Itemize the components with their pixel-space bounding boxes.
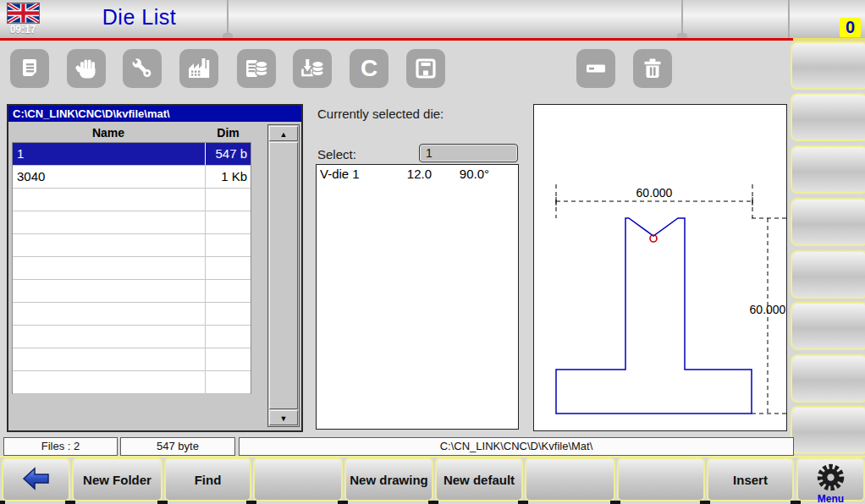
die-drawing: 60.000 60.000	[534, 105, 786, 430]
current-folder-path: C:\CN_LINK\CNC\D\kvfile\mat\	[8, 106, 301, 122]
title-bar: 09:17 Die List 0	[0, 0, 865, 38]
import-database-icon	[300, 56, 325, 81]
rename-button[interactable]	[576, 49, 615, 88]
menu-label: Menu	[818, 493, 844, 504]
table-row-empty	[13, 371, 251, 394]
bottom-tick	[791, 501, 801, 504]
back-button[interactable]	[2, 457, 70, 501]
file-info-button[interactable]	[10, 49, 49, 88]
bottom-tick	[0, 501, 5, 504]
scrollbar-thumb[interactable]	[269, 142, 298, 409]
column-header-dim[interactable]: Dim	[206, 124, 251, 142]
die-drawing-panel: 60.000 60.000	[533, 104, 787, 431]
soft-key-5[interactable]	[791, 250, 865, 299]
die-name: V-die 1	[317, 166, 383, 183]
document-database-icon	[244, 56, 269, 81]
delete-button[interactable]	[633, 49, 672, 88]
bottom-tick	[246, 501, 256, 504]
scroll-up-icon[interactable]: ▲	[269, 126, 298, 141]
setup-button[interactable]	[123, 49, 162, 88]
trash-icon	[640, 56, 665, 81]
bottom-tick	[157, 501, 168, 504]
die-list-box: V-die 1 12.0 90.0°	[316, 164, 519, 430]
back-arrow-icon	[22, 467, 51, 493]
file-table: 1 547 b 3040 1 Kb	[12, 142, 251, 394]
table-row-empty	[13, 348, 251, 371]
table-row[interactable]: 3040 1 Kb	[13, 166, 251, 189]
bottom-tick	[700, 501, 710, 504]
file-name: 3040	[13, 166, 205, 188]
die-angle: 90.0°	[432, 166, 489, 183]
save-button[interactable]	[406, 49, 445, 88]
page-title: Die List	[52, 5, 226, 30]
table-row-empty	[13, 280, 251, 303]
bottom-tick	[518, 501, 528, 504]
soft-key-2[interactable]	[791, 93, 865, 141]
title-bar-divider	[788, 0, 790, 38]
soft-key-7[interactable]	[791, 354, 865, 403]
new-default-button[interactable]: New default	[435, 457, 523, 501]
table-row-empty	[13, 326, 251, 348]
import-button[interactable]	[293, 49, 332, 88]
status-file-count: Files : 2	[3, 437, 118, 456]
bottom-tick	[65, 501, 75, 504]
header-red-line	[0, 38, 793, 41]
insert-button[interactable]: Insert	[707, 457, 794, 501]
table-row-empty	[13, 234, 251, 257]
die-outline	[556, 218, 752, 414]
die-list-item[interactable]: V-die 1 12.0 90.0°	[317, 165, 518, 183]
table-row[interactable]: 1 547 b	[13, 143, 251, 166]
scroll-down-icon[interactable]: ▼	[269, 410, 298, 425]
table-row-empty	[13, 211, 251, 234]
table-row-empty	[13, 257, 251, 280]
die-v-width: 12.0	[383, 166, 432, 183]
new-drawing-button[interactable]: New drawing	[344, 457, 433, 501]
menu-button[interactable]: Menu	[796, 457, 865, 501]
manual-mode-button[interactable]	[67, 49, 106, 88]
file-size: 547 b	[205, 143, 251, 165]
soft-key-3[interactable]	[791, 145, 865, 194]
status-counter: 0	[840, 18, 861, 37]
file-table-scrollbar[interactable]: ▲ ▼	[267, 124, 300, 427]
status-path: C:\CN_LINK\CNC\D\Kvfile\Mat\	[239, 437, 794, 456]
empty-button[interactable]	[253, 457, 343, 501]
soft-key-8[interactable]	[791, 406, 865, 454]
table-row-empty	[13, 189, 251, 211]
empty-button[interactable]	[617, 457, 705, 501]
find-button[interactable]: Find	[164, 457, 251, 501]
die-height-dimension: 60.000	[750, 303, 786, 316]
bottom-tick	[338, 501, 348, 504]
document-icon	[17, 56, 42, 81]
new-folder-button[interactable]: New Folder	[72, 457, 163, 501]
header-yellow-line	[793, 38, 865, 41]
bottom-tick	[428, 501, 438, 504]
selected-die-heading: Currently selected die:	[317, 107, 444, 121]
soft-key-6[interactable]	[791, 302, 865, 350]
wrench-icon	[129, 56, 155, 81]
file-size: 1 Kb	[205, 166, 251, 188]
correction-button[interactable]: C	[350, 49, 388, 88]
empty-button[interactable]	[525, 457, 615, 501]
column-header-name[interactable]: Name	[12, 124, 205, 142]
hand-icon	[74, 56, 99, 81]
factory-icon	[186, 56, 212, 81]
library-button[interactable]	[237, 49, 276, 88]
clock: 09:17	[2, 24, 44, 36]
status-selected-size: 547 byte	[120, 437, 235, 456]
save-icon	[413, 56, 438, 81]
rename-icon	[583, 56, 609, 81]
table-row-empty	[13, 303, 251, 326]
machine-button[interactable]	[179, 49, 218, 88]
select-die-input[interactable]: 1	[419, 144, 518, 162]
bottom-tick	[610, 501, 620, 504]
die-width-dimension: 60.000	[636, 186, 673, 200]
soft-key-4[interactable]	[791, 198, 865, 246]
select-label: Select:	[317, 147, 356, 162]
gear-icon	[815, 462, 846, 496]
uk-flag-icon	[7, 3, 40, 24]
soft-key-1[interactable]	[791, 41, 865, 90]
letter-c-icon: C	[361, 49, 377, 88]
file-name: 1	[13, 143, 205, 165]
file-browser-panel: C:\CN_LINK\CNC\D\kvfile\mat\ Name Dim 1 …	[7, 104, 303, 432]
